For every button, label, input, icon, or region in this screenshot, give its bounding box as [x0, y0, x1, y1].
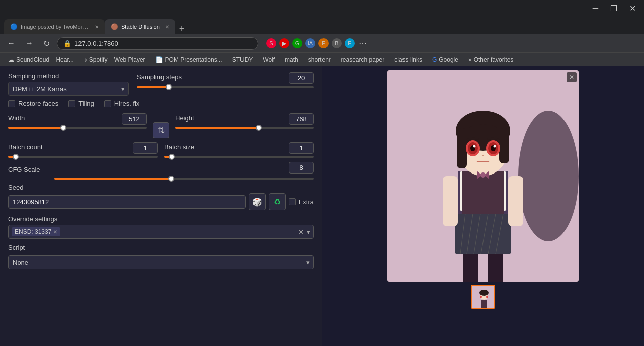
override-tag-text: ENSD: 31337 — [15, 228, 51, 235]
batch-count-slider[interactable] — [8, 156, 158, 158]
extension-icon-2[interactable]: ▶ — [279, 38, 289, 48]
cfg-scale-thumb[interactable] — [168, 176, 174, 182]
options-checkboxes: Restore faces Tiling Hires. fix — [8, 100, 314, 107]
recycle-button[interactable]: ♻ — [269, 193, 286, 210]
extension-icon-6[interactable]: B — [332, 38, 342, 48]
forward-button[interactable]: → — [22, 37, 36, 50]
tab-1[interactable]: 🔵 Image posted by TwoMoreTimes... ✕ — [4, 19, 105, 34]
width-track — [8, 127, 63, 129]
menu-button[interactable]: ⋯ — [358, 38, 368, 48]
restore-faces-box — [8, 100, 15, 107]
batch-size-label: Batch size — [164, 143, 194, 151]
sampling-method-select[interactable]: DPM++ 2M Karras — [8, 82, 129, 96]
override-tag-close-icon[interactable]: ✕ — [53, 229, 57, 235]
url-box[interactable]: 🔒 127.0.0.1:7860 — [57, 37, 258, 50]
batch-count-thumb[interactable] — [13, 154, 19, 160]
cfg-scale-track — [54, 178, 171, 180]
sampling-steps-thumb[interactable] — [166, 84, 172, 90]
tabs-bar: 🔵 Image posted by TwoMoreTimes... ✕ 🟤 St… — [0, 16, 644, 34]
svg-rect-14 — [443, 176, 458, 226]
back-button[interactable]: ← — [4, 37, 18, 50]
override-dropdown-icon[interactable]: ▾ — [307, 228, 310, 236]
batch-size-thumb[interactable] — [169, 154, 175, 160]
right-panel: ✕ — [322, 66, 644, 346]
bookmark-class-links[interactable]: class links — [390, 55, 426, 64]
extension-icon-4[interactable]: IA — [305, 38, 315, 48]
svg-point-26 — [473, 145, 476, 148]
soundcloud-label: SoundCloud – Hear... — [16, 56, 74, 63]
lock-icon: 🔒 — [63, 40, 71, 47]
sampling-steps-value[interactable]: 20 — [289, 72, 314, 84]
width-thumb[interactable] — [60, 125, 66, 131]
batch-size-value[interactable]: 1 — [289, 142, 314, 154]
tab1-close-icon[interactable]: ✕ — [95, 24, 99, 30]
tiling-label: Tiling — [78, 100, 94, 107]
cfg-scale-slider[interactable] — [54, 178, 314, 180]
bookmark-study[interactable]: STUDY — [228, 55, 257, 64]
batch-size-slider[interactable] — [164, 156, 314, 158]
dice-button[interactable]: 🎲 — [249, 193, 266, 210]
bookmark-math[interactable]: math — [281, 55, 302, 64]
math-label: math — [285, 56, 298, 63]
extension-icon-7[interactable]: E — [345, 38, 355, 48]
shortenr-label: shortenr — [308, 56, 331, 63]
override-settings-label: Override settings — [8, 215, 314, 223]
width-slider[interactable] — [8, 127, 147, 129]
main-content: Sampling method DPM++ 2M Karras ▾ Sampli… — [0, 66, 644, 346]
height-thumb[interactable] — [256, 125, 262, 131]
svg-point-27 — [494, 145, 496, 148]
bookmark-more[interactable]: » Other favorites — [464, 55, 517, 64]
cfg-scale-value[interactable]: 8 — [289, 162, 314, 174]
left-panel: Sampling method DPM++ 2M Karras ▾ Sampli… — [0, 66, 322, 346]
extra-checkbox[interactable]: Extra — [289, 198, 314, 206]
swap-dimensions-button[interactable]: ⇅ — [153, 122, 169, 138]
height-value[interactable]: 768 — [289, 113, 314, 125]
svg-rect-32 — [481, 300, 487, 309]
bookmark-pom[interactable]: 📄 POM Presentations... — [151, 55, 226, 64]
bookmark-wolf[interactable]: Wolf — [259, 55, 279, 64]
image-display: ✕ — [387, 70, 579, 282]
restore-faces-checkbox[interactable]: Restore faces — [8, 100, 58, 107]
bookmark-research[interactable]: reasearch paper — [337, 55, 388, 64]
extension-icon-1[interactable]: S — [266, 38, 276, 48]
address-bar: ← → ↻ 🔒 127.0.0.1:7860 S ▶ G IA P B E ⋯ — [0, 34, 644, 52]
google-favicon: G — [432, 56, 437, 63]
hires-fix-box — [104, 100, 111, 107]
width-value[interactable]: 512 — [122, 113, 147, 125]
script-select[interactable]: None — [8, 255, 314, 269]
seed-input[interactable] — [8, 195, 246, 209]
restore-button[interactable]: ❐ — [606, 2, 621, 15]
minimize-button[interactable]: ─ — [589, 2, 602, 15]
new-tab-button[interactable]: + — [175, 24, 189, 34]
study-label: STUDY — [232, 56, 253, 63]
bookmark-google[interactable]: G Google — [428, 55, 462, 64]
tiling-checkbox[interactable]: Tiling — [68, 100, 94, 107]
bookmark-soundcloud[interactable]: ☁ SoundCloud – Hear... — [4, 55, 78, 64]
override-clear-button[interactable]: ✕ — [298, 228, 304, 236]
extension-icon-3[interactable]: G — [292, 38, 302, 48]
close-button[interactable]: ✕ — [625, 2, 640, 15]
tab-2[interactable]: 🟤 Stable Diffusion ✕ — [105, 19, 175, 34]
more-label: » — [468, 56, 472, 63]
cfg-scale-label: CFG Scale — [8, 166, 48, 174]
sampling-steps-label: Sampling steps — [137, 73, 182, 81]
bookmark-spotify[interactable]: ♪ Spotify – Web Player — [80, 55, 149, 64]
hires-fix-label: Hires. fix — [114, 100, 140, 107]
hires-fix-checkbox[interactable]: Hires. fix — [104, 100, 140, 107]
thumbnail-1[interactable] — [471, 285, 495, 309]
extension-icon-5[interactable]: P — [318, 38, 329, 48]
height-slider[interactable] — [175, 127, 314, 129]
dice-icon: 🎲 — [252, 197, 262, 207]
recycle-icon: ♻ — [274, 197, 281, 207]
google-label: Google — [439, 56, 458, 63]
batch-count-value[interactable]: 1 — [133, 142, 158, 154]
bookmark-shortenr[interactable]: shortenr — [304, 55, 335, 64]
svg-point-34 — [486, 296, 488, 298]
close-image-button[interactable]: ✕ — [567, 72, 577, 82]
sampling-steps-slider[interactable] — [137, 86, 314, 88]
title-bar-buttons: ─ ❐ ✕ — [589, 2, 640, 15]
spotify-label: Spotify – Web Player — [89, 56, 145, 63]
tab2-close-icon[interactable]: ✕ — [165, 24, 169, 30]
override-settings-box: ENSD: 31337 ✕ ✕ ▾ — [8, 225, 314, 239]
refresh-button[interactable]: ↻ — [40, 37, 53, 50]
